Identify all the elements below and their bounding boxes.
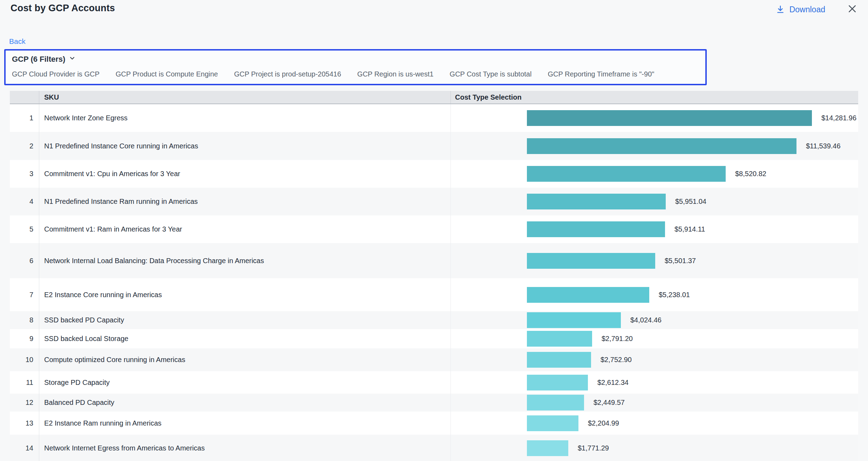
cost-bar[interactable]	[527, 415, 578, 431]
cost-cell: $1,771.29	[450, 435, 858, 461]
chevron-down-icon	[69, 55, 76, 64]
table-row: 7E2 Instance Core running in Americas$5,…	[10, 278, 858, 311]
table-row: 8SSD backed PD Capacity$4,024.46	[10, 311, 858, 329]
sku-cell: Compute optimized Core running in Americ…	[39, 348, 450, 371]
header-cell-cost-type-selection: Cost Type Selection	[450, 91, 858, 103]
cost-bar[interactable]	[527, 440, 568, 456]
cost-value: $5,914.11	[674, 225, 705, 233]
cost-bar[interactable]	[527, 166, 726, 182]
row-index: 2	[10, 132, 39, 160]
sku-cell: Commitment v1: Ram in Americas for 3 Yea…	[39, 215, 450, 243]
filter-chip[interactable]: GCP Product is Compute Engine	[116, 70, 218, 78]
download-label: Download	[789, 5, 825, 14]
table-row: 1Network Inter Zone Egress$14,281.96	[10, 104, 858, 132]
cost-bar[interactable]	[527, 110, 812, 126]
download-button[interactable]: Download	[776, 5, 825, 14]
cost-bar[interactable]	[527, 331, 592, 347]
cost-bar[interactable]	[527, 221, 665, 237]
cost-bar[interactable]	[527, 312, 621, 328]
filter-chip[interactable]: GCP Project is prod-setup-205416	[234, 70, 341, 78]
cost-cell: $4,024.46	[450, 311, 858, 329]
table-row: 14Network Internet Egress from Americas …	[10, 435, 858, 461]
row-index: 9	[10, 329, 39, 348]
cost-value: $2,752.90	[601, 356, 632, 364]
row-index: 10	[10, 348, 39, 371]
close-icon	[847, 4, 857, 15]
row-index: 14	[10, 435, 39, 461]
filter-chip-row: GCP Cloud Provider is GCPGCP Product is …	[12, 70, 699, 78]
cost-value: $5,238.01	[659, 291, 690, 299]
sku-cell: Balanced PD Capacity	[39, 394, 450, 412]
row-index: 3	[10, 160, 39, 188]
cost-cell: $5,501.37	[450, 243, 858, 278]
filter-summary-label: GCP (6 Filters)	[12, 55, 65, 64]
row-index: 12	[10, 394, 39, 412]
cost-cell: $11,539.46	[450, 132, 858, 160]
table-row: 10Compute optimized Core running in Amer…	[10, 348, 858, 371]
cost-bar[interactable]	[527, 253, 655, 269]
filter-chip[interactable]: GCP Region is us-west1	[357, 70, 434, 78]
header-cell-sku: SKU	[39, 91, 450, 103]
cost-bar[interactable]	[527, 375, 588, 390]
table-row: 6Network Internal Load Balancing: Data P…	[10, 243, 858, 278]
sku-cell: N1 Predefined Instance Core running in A…	[39, 132, 450, 160]
cost-value: $5,501.37	[665, 257, 696, 265]
table-row: 4N1 Predefined Instance Ram running in A…	[10, 188, 858, 215]
sku-cell: E2 Instance Ram running in Americas	[39, 412, 450, 435]
cost-bar[interactable]	[527, 395, 584, 410]
cost-bar[interactable]	[527, 287, 649, 303]
download-icon	[776, 5, 785, 14]
cost-value: $2,204.99	[588, 419, 619, 427]
cost-value: $5,951.04	[675, 198, 706, 206]
row-index: 6	[10, 243, 39, 278]
cost-cell: $5,951.04	[450, 188, 858, 215]
filter-panel: GCP (6 Filters) GCP Cloud Provider is GC…	[4, 49, 707, 85]
cost-cell: $2,752.90	[450, 348, 858, 371]
table-row: 13E2 Instance Ram running in Americas$2,…	[10, 412, 858, 435]
cost-value: $8,520.82	[735, 170, 766, 178]
filter-chip[interactable]: GCP Cloud Provider is GCP	[12, 70, 100, 78]
cost-bar[interactable]	[527, 138, 796, 154]
table-row: 12Balanced PD Capacity$2,449.57	[10, 394, 858, 412]
cost-value: $2,449.57	[594, 399, 625, 407]
sku-cell: SSD backed Local Storage	[39, 329, 450, 348]
filter-summary-dropdown[interactable]: GCP (6 Filters)	[12, 55, 76, 64]
cost-bar[interactable]	[527, 194, 666, 209]
row-index: 4	[10, 188, 39, 215]
sku-cell: Network Internal Load Balancing: Data Pr…	[39, 243, 450, 278]
sku-cell: Storage PD Capacity	[39, 371, 450, 394]
row-index: 8	[10, 311, 39, 329]
row-index: 11	[10, 371, 39, 394]
cost-cell: $14,281.96	[450, 104, 858, 132]
cost-value: $11,539.46	[806, 142, 841, 150]
cost-cell: $2,449.57	[450, 394, 858, 412]
table-row: 9SSD backed Local Storage$2,791.20	[10, 329, 858, 348]
sku-cell: Network Inter Zone Egress	[39, 104, 450, 132]
sku-cell: N1 Predefined Instance Ram running in Am…	[39, 188, 450, 215]
sku-cell: Network Internet Egress from Americas to…	[39, 435, 450, 461]
table-row: 11Storage PD Capacity$2,612.34	[10, 371, 858, 394]
filter-chip[interactable]: GCP Reporting Timeframe is "-90"	[548, 70, 654, 78]
cost-value: $2,612.34	[597, 379, 629, 387]
table-row: 3Commitment v1: Cpu in Americas for 3 Ye…	[10, 160, 858, 188]
back-link[interactable]: Back	[9, 37, 26, 46]
filter-chip[interactable]: GCP Cost Type is subtotal	[450, 70, 532, 78]
close-button[interactable]	[847, 4, 857, 15]
cost-cell: $2,791.20	[450, 329, 858, 348]
cost-table: SKU Cost Type Selection 1Network Inter Z…	[10, 91, 858, 461]
cost-cell: $8,520.82	[450, 160, 858, 188]
cost-bar[interactable]	[527, 352, 591, 368]
row-index: 7	[10, 278, 39, 311]
row-index: 1	[10, 104, 39, 132]
table-body: 1Network Inter Zone Egress$14,281.962N1 …	[10, 104, 858, 461]
table-row: 2N1 Predefined Instance Core running in …	[10, 132, 858, 160]
row-index: 5	[10, 215, 39, 243]
cost-value: $2,791.20	[602, 335, 633, 343]
page-title: Cost by GCP Accounts	[11, 3, 115, 14]
cost-cell: $5,914.11	[450, 215, 858, 243]
table-header: SKU Cost Type Selection	[10, 91, 858, 104]
cost-value: $14,281.96	[821, 114, 856, 122]
row-index: 13	[10, 412, 39, 435]
cost-cell: $5,238.01	[450, 278, 858, 311]
header-actions: Download	[776, 4, 857, 15]
